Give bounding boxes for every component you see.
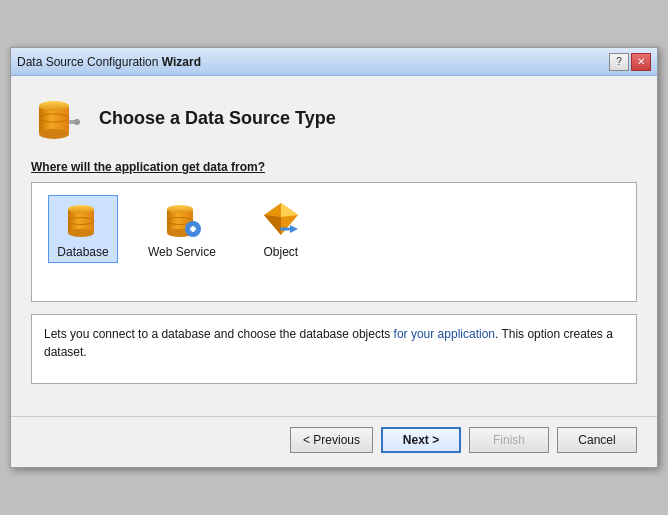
web-service-icon: [161, 199, 203, 241]
title-bar-title: Data Source Configuration Wizard: [17, 55, 201, 69]
close-button[interactable]: ✕: [631, 53, 651, 71]
database-label: Database: [57, 245, 108, 259]
database-icon: [62, 199, 104, 241]
svg-marker-20: [290, 225, 298, 233]
wizard-window: Data Source Configuration Wizard ? ✕: [10, 47, 658, 468]
svg-point-5: [74, 119, 80, 125]
header-icon: [31, 92, 83, 144]
svg-marker-19: [264, 215, 281, 235]
web-service-label: Web Service: [148, 245, 216, 259]
section-label: Where will the application get data from…: [31, 160, 637, 174]
datasource-item-database[interactable]: Database: [48, 195, 118, 263]
svg-point-11: [167, 205, 193, 213]
svg-point-1: [39, 101, 69, 111]
datasource-item-web-service[interactable]: Web Service: [142, 195, 222, 263]
description-text: Lets you connect to a database and choos…: [44, 327, 613, 359]
header-title: Choose a Data Source Type: [99, 108, 336, 129]
svg-point-7: [68, 205, 94, 213]
object-label: Object: [263, 245, 298, 259]
svg-rect-16: [191, 226, 194, 232]
finish-button[interactable]: Finish: [469, 427, 549, 453]
object-icon: [260, 199, 302, 241]
datasource-item-object[interactable]: Object: [246, 195, 316, 263]
wizard-footer: < Previous Next > Finish Cancel: [11, 416, 657, 467]
title-bar: Data Source Configuration Wizard ? ✕: [11, 48, 657, 76]
svg-point-3: [39, 129, 69, 139]
wizard-content: Choose a Data Source Type Where will the…: [11, 76, 657, 416]
svg-point-9: [68, 229, 94, 237]
svg-rect-21: [280, 228, 290, 231]
cancel-button[interactable]: Cancel: [557, 427, 637, 453]
help-button[interactable]: ?: [609, 53, 629, 71]
previous-button[interactable]: < Previous: [290, 427, 373, 453]
header-section: Choose a Data Source Type: [31, 92, 637, 144]
next-button[interactable]: Next >: [381, 427, 461, 453]
datasource-panel: Database: [31, 182, 637, 302]
svg-marker-18: [281, 203, 298, 217]
description-panel: Lets you connect to a database and choos…: [31, 314, 637, 384]
title-bar-controls: ? ✕: [609, 53, 651, 71]
title-bar-left: Data Source Configuration Wizard: [17, 55, 201, 69]
